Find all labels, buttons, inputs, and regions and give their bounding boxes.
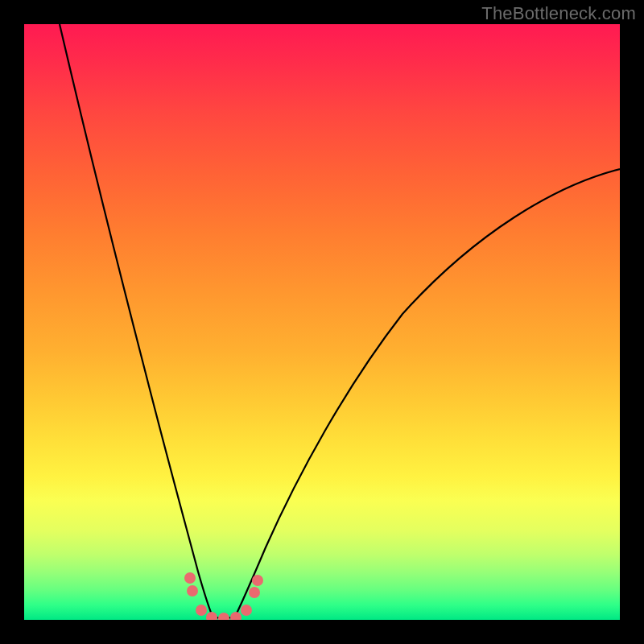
valley-markers [184, 572, 263, 620]
curve-left-branch [60, 24, 213, 617]
curve-bottom [213, 617, 235, 618]
chart-frame: TheBottleneck.com [0, 0, 644, 644]
watermark-text: TheBottleneck.com [481, 3, 636, 24]
marker-dot [230, 612, 242, 620]
marker-dot [218, 613, 229, 620]
marker-dot [184, 572, 196, 584]
marker-dot [241, 605, 252, 616]
curve-right-branch [235, 169, 620, 617]
marker-dot [252, 575, 263, 586]
curve-layer [24, 24, 620, 620]
marker-dot [196, 605, 207, 616]
marker-dot [187, 585, 198, 597]
marker-dot [249, 587, 260, 598]
marker-dot [206, 612, 217, 620]
plot-area [24, 24, 620, 620]
